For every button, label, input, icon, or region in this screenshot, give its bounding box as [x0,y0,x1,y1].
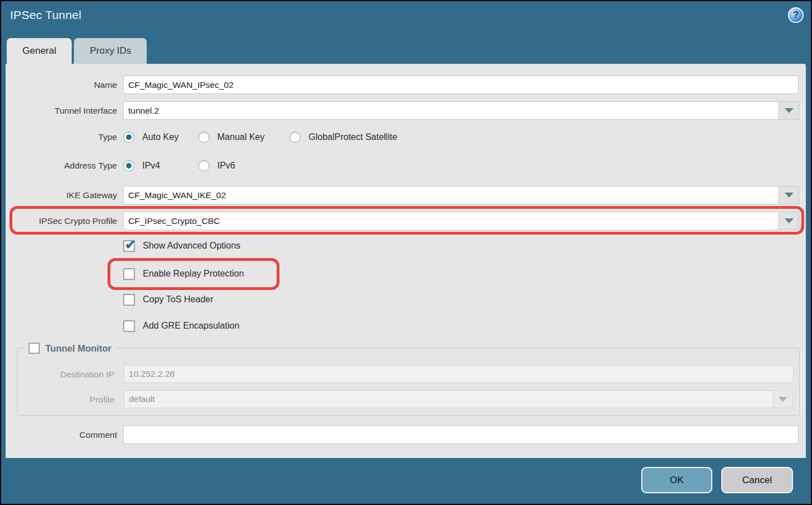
tab-general[interactable]: General [7,38,72,64]
radio-label: IPv6 [217,161,235,171]
checkbox-tunnel-monitor[interactable]: Tunnel Monitor [25,342,115,355]
radio-auto-key[interactable]: Auto Key [123,131,179,143]
checkbox-icon[interactable] [123,320,135,332]
chevron-down-icon [785,218,794,223]
address-type-label: Address Type [6,156,117,175]
checkbox-label: Enable Replay Protection [143,269,244,279]
name-label: Name [6,76,117,94]
radio-label: Manual Key [217,132,265,142]
ike-gateway-label: IKE Gateway [6,186,117,204]
ike-gateway-value[interactable]: CF_Magic_WAN_IKE_02 [123,186,779,204]
ike-gateway-dropdown-button[interactable] [779,186,799,204]
profile-dropdown-button [773,390,793,408]
radio-label: IPv4 [142,161,160,171]
tunnel-interface-dropdown-button[interactable] [779,101,799,120]
radio-icon[interactable] [198,132,209,143]
radio-manual-key[interactable]: Manual Key [198,131,265,143]
ipsec-crypto-profile-value[interactable]: CF_IPsec_Crypto_CBC [123,212,779,230]
tab-bar: General Proxy IDs [7,38,147,64]
tunnel-interface-value[interactable]: tunnel.2 [123,101,779,120]
tunnel-monitor-label: Tunnel Monitor [45,343,111,354]
dialog-title: IPSec Tunnel [10,8,81,22]
checkbox-icon[interactable] [123,240,135,252]
checkbox-add-gre-encapsulation[interactable]: Add GRE Encapsulation [123,320,240,332]
checkbox-show-advanced-options[interactable]: Show Advanced Options [123,240,240,252]
checkbox-enable-replay-protection[interactable]: Enable Replay Protection [123,268,244,280]
chevron-down-icon [778,397,787,402]
chevron-down-icon [785,193,794,198]
general-tab-panel: Name Tunnel Interface tunnel.2 Type Auto… [6,64,806,458]
radio-icon[interactable] [198,160,209,171]
tab-proxy-ids[interactable]: Proxy IDs [74,38,147,64]
checkbox-label: Copy ToS Header [143,294,213,305]
checkbox-icon[interactable] [123,268,135,280]
radio-ipv6[interactable]: IPv6 [198,160,235,172]
checkbox-icon[interactable] [123,294,135,306]
radio-icon[interactable] [123,132,134,143]
radio-globalprotect-satellite[interactable]: GlobalProtect Satellite [290,131,397,143]
checkbox-copy-tos-header[interactable]: Copy ToS Header [123,293,213,306]
ipsec-crypto-profile-label: IPSec Crypto Profile [6,212,117,230]
destination-ip-label: Destination IP [17,365,114,384]
ipsec-crypto-profile-dropdown-button[interactable] [779,212,799,230]
help-icon[interactable]: ? [788,7,804,23]
radio-ipv4[interactable]: IPv4 [123,160,160,172]
radio-label: GlobalProtect Satellite [309,132,397,142]
profile-dropdown: default [124,390,793,408]
comment-label: Comment [6,425,117,444]
comment-input[interactable] [123,425,799,444]
name-input[interactable] [123,76,799,94]
checkbox-label: Show Advanced Options [143,241,240,251]
tunnel-interface-dropdown[interactable]: tunnel.2 [123,101,799,120]
ipsec-crypto-profile-dropdown[interactable]: CF_IPsec_Crypto_CBC [123,212,799,230]
radio-icon[interactable] [123,160,134,171]
radio-label: Auto Key [142,132,179,142]
profile-label: Profile [17,390,114,409]
checkbox-icon[interactable] [29,343,40,354]
profile-value: default [124,390,773,408]
checkbox-label: Add GRE Encapsulation [143,321,240,331]
chevron-down-icon [785,108,794,113]
radio-icon[interactable] [290,132,301,143]
ike-gateway-dropdown[interactable]: CF_Magic_WAN_IKE_02 [123,186,799,204]
cancel-button[interactable]: Cancel [721,467,793,493]
tunnel-interface-label: Tunnel Interface [6,101,117,120]
tunnel-monitor-group: Tunnel Monitor Destination IP 10.252.2.2… [17,348,800,416]
screen: IPSec Tunnel ? General Proxy IDs Name Tu… [0,0,812,505]
destination-ip-input: 10.252.2.28 [124,365,794,383]
ok-button[interactable]: OK [641,467,712,493]
ipsec-tunnel-dialog: IPSec Tunnel ? General Proxy IDs Name Tu… [1,1,811,504]
type-label: Type [6,128,117,146]
